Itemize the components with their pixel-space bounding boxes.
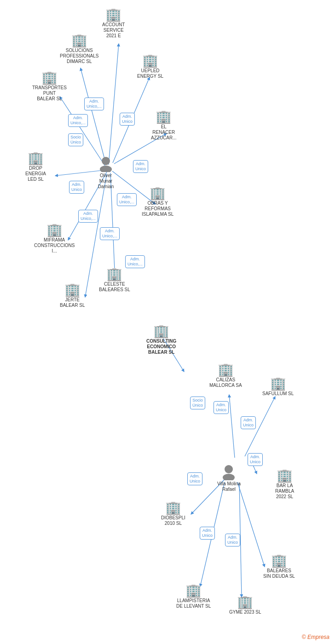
node-solucions[interactable]: 🏢 SOLUCIONS PROFESSIONALS DIMARC SL — [60, 34, 98, 64]
node-label: SAFULLUM SL — [262, 391, 294, 397]
badge-adm-unico-6[interactable]: Adm.Unico,... — [117, 193, 137, 206]
badge-adm-unico-3[interactable]: Adm.Unico — [120, 113, 135, 126]
building-icon: 🏢 — [150, 187, 166, 200]
node-label: Villa Molina Rafael — [217, 481, 241, 492]
building-icon: 🏢 — [71, 34, 87, 47]
svg-point-19 — [100, 166, 112, 172]
svg-line-16 — [237, 482, 265, 567]
badge-adm-unico-13[interactable]: Adm.Unico — [187, 472, 202, 485]
badge-adm-unico-12[interactable]: Adm.Unico — [248, 453, 263, 466]
building-icon: 🏢 — [41, 71, 58, 84]
svg-point-21 — [223, 474, 235, 480]
node-obras-reformas[interactable]: 🏢 OBRAS Y REFORMAS ISLAPALMA SL — [142, 187, 173, 217]
node-oliver-munar[interactable]: Oliver Munar Damian — [98, 155, 114, 190]
node-label: SOLUCIONS PROFESSIONALS DIMARC SL — [60, 48, 98, 64]
building-icon: 🏢 — [271, 554, 287, 567]
node-label: EL RENACER AZZUCAR... — [151, 124, 177, 141]
building-icon: 🏢 — [156, 110, 172, 123]
building-icon-orange: 🏢 — [153, 325, 169, 338]
person-icon — [220, 464, 237, 480]
building-icon: 🏢 — [64, 283, 81, 296]
badge-adm-unico-15[interactable]: Adm.Unico — [225, 534, 240, 546]
badge-adm-unico-4[interactable]: Adm.Unico — [133, 160, 148, 173]
badge-adm-unico-5[interactable]: Adm.Unico — [69, 181, 84, 194]
node-label: DIOBESPLI 2010 SL — [161, 515, 185, 526]
node-label: CALIZAS MALLORCA SA — [209, 377, 242, 388]
svg-line-5 — [55, 170, 104, 176]
badge-adm-unico-7[interactable]: Adm.Unico,... — [78, 210, 98, 223]
node-label: DROP ENERGIA LED SL — [25, 166, 46, 182]
node-villa-molina[interactable]: Villa Molina Rafael — [217, 464, 241, 492]
svg-point-18 — [102, 157, 110, 165]
building-icon: 🏢 — [105, 8, 121, 21]
node-label: TRANSPORTES PUNT BALEAR SL — [32, 85, 67, 102]
svg-line-0 — [109, 44, 119, 165]
node-label: ACCOUNT SERVICE 2021 E — [102, 22, 125, 39]
building-icon: 🏢 — [28, 152, 44, 165]
node-uepled[interactable]: 🏢 UEPLED ENERGY SL — [137, 54, 163, 79]
node-label: UEPLED ENERGY SL — [137, 68, 163, 79]
building-icon: 🏢 — [277, 469, 293, 482]
badge-adm-unico-10[interactable]: Adm.Unico — [214, 401, 229, 414]
badge-socio-unico-1[interactable]: SocioÚnico — [68, 133, 83, 146]
node-label: GYME 2023 SL — [229, 610, 261, 615]
building-icon: 🏢 — [106, 268, 122, 281]
node-bar-la-rambla[interactable]: 🏢 BAR LA RAMBLA 2022 SL — [275, 469, 294, 500]
building-icon: 🏢 — [270, 377, 286, 390]
watermark: © Empresa — [302, 634, 329, 640]
node-label: OBRAS Y REFORMAS ISLAPALMA SL — [142, 201, 173, 217]
building-icon: 🏢 — [218, 363, 234, 376]
node-consulting[interactable]: 🏢 CONSULTING ECONOMICO BALEAR SL — [146, 325, 176, 355]
building-icon: 🏢 — [142, 54, 158, 67]
badge-adm-unico-9[interactable]: Adm.Unico,... — [125, 255, 145, 268]
node-miframa[interactable]: 🏢 MIFRAMA CONSTRUCCIONS I... — [34, 224, 75, 254]
node-label: JERTE BALEAR SL — [60, 297, 85, 308]
node-account-service[interactable]: 🏢 ACCOUNT SERVICE 2021 E — [102, 8, 125, 39]
person-icon — [98, 155, 114, 172]
node-gyme[interactable]: 🏢 GYME 2023 SL — [229, 596, 261, 615]
badge-adm-unico-11[interactable]: Adm.Unico — [241, 416, 256, 429]
node-label: MIFRAMA CONSTRUCCIONS I... — [34, 237, 75, 254]
svg-point-20 — [225, 465, 233, 473]
node-label: BAR LA RAMBLA 2022 SL — [275, 483, 294, 500]
badge-adm-unico-1[interactable]: Adm.Unico,... — [84, 98, 104, 110]
node-label: CELESTE BALEARES SL — [99, 282, 130, 293]
badge-adm-unico-2[interactable]: Adm.Unico,... — [68, 114, 88, 127]
badge-adm-unico-8[interactable]: Adm.Unico,... — [100, 227, 120, 240]
building-icon: 🏢 — [46, 224, 63, 236]
node-label: CONSULTING ECONOMICO BALEAR SL — [146, 339, 176, 355]
node-celeste[interactable]: 🏢 CELESTE BALEARES SL — [99, 268, 130, 293]
badge-adm-unico-14[interactable]: Adm.Unico — [200, 527, 215, 540]
node-label: Oliver Munar Damian — [98, 173, 114, 190]
node-safullum[interactable]: 🏢 SAFULLUM SL — [262, 377, 294, 397]
building-icon: 🏢 — [165, 501, 181, 514]
node-el-renacer[interactable]: 🏢 EL RENACER AZZUCAR... — [151, 110, 177, 141]
node-drop-energia[interactable]: 🏢 DROP ENERGIA LED SL — [25, 152, 46, 182]
building-icon: 🏢 — [237, 596, 253, 609]
node-transportes[interactable]: 🏢 TRANSPORTES PUNT BALEAR SL — [32, 71, 67, 102]
node-llampisteria[interactable]: 🏢 LLAMPISTERIA DE LLEVANT SL — [176, 584, 211, 609]
node-diobespli[interactable]: 🏢 DIOBESPLI 2010 SL — [161, 501, 185, 526]
node-jerte[interactable]: 🏢 JERTE BALEAR SL — [60, 283, 85, 308]
node-baleares-sin-deuda[interactable]: 🏢 BALEARES SIN DEUDA SL — [263, 554, 295, 579]
badge-socio-unico-2[interactable]: SocioÚnico — [190, 397, 205, 409]
node-calizas[interactable]: 🏢 CALIZAS MALLORCA SA — [209, 363, 242, 388]
svg-line-13 — [229, 395, 235, 458]
node-label: LLAMPISTERIA DE LLEVANT SL — [176, 598, 211, 609]
diagram-canvas: 🏢 ACCOUNT SERVICE 2021 E 🏢 SOLUCIONS PRO… — [0, 0, 335, 644]
building-icon: 🏢 — [185, 584, 202, 597]
node-label: BALEARES SIN DEUDA SL — [263, 568, 295, 579]
